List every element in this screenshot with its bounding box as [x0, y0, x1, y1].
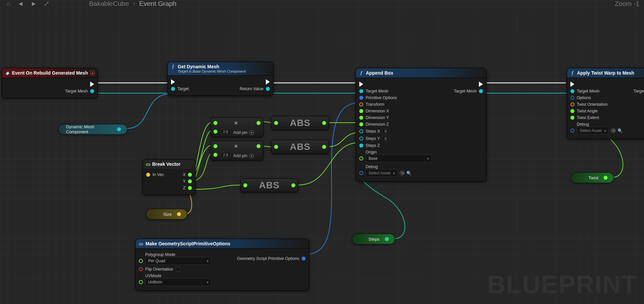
uvmode-dropdown[interactable]: Uniform▾: [145, 278, 211, 286]
pin-y[interactable]: [188, 179, 192, 183]
debug-dropdown[interactable]: Select Asset▾: [366, 169, 398, 177]
pin-out[interactable]: [291, 183, 295, 187]
debug-dropdown[interactable]: Select Asset▾: [577, 127, 609, 135]
pin-dimx[interactable]: [359, 109, 363, 113]
stop-icon[interactable]: ■: [90, 71, 95, 75]
pin-out[interactable]: [177, 212, 181, 216]
pin-targetmesh[interactable]: [570, 89, 574, 93]
pin-angle[interactable]: [570, 109, 574, 113]
flip-checkbox[interactable]: [176, 267, 180, 272]
back-icon[interactable]: ◄: [17, 0, 24, 8]
node-multiply-a[interactable]: ✕ 2.0 Add pin +: [210, 117, 263, 137]
pin-x[interactable]: [188, 173, 192, 177]
node-apply-twist[interactable]: f Apply Twist Warp to Mesh Target Mesh T…: [567, 68, 644, 139]
chevron-down-icon: ▾: [604, 129, 606, 133]
reset-icon[interactable]: ⟲: [400, 171, 404, 175]
var-twist[interactable]: Twist: [571, 172, 614, 183]
pin-in[interactable]: [274, 121, 278, 125]
var-steps[interactable]: Steps: [352, 234, 395, 244]
pin-debug[interactable]: [570, 129, 574, 133]
pin-in-0[interactable]: [213, 121, 217, 125]
search-icon[interactable]: 🔍: [617, 128, 623, 133]
pin-out[interactable]: [117, 127, 121, 131]
origin-dropdown[interactable]: Base▾: [366, 154, 432, 162]
breadcrumb-root[interactable]: BakableCube: [89, 0, 129, 8]
pin-out[interactable]: [257, 121, 261, 125]
pin-dimz[interactable]: [359, 122, 363, 126]
node-multiply-b[interactable]: ✕ 2.0 Add pin +: [210, 141, 263, 160]
pin-in-0[interactable]: [213, 144, 217, 148]
pin-stepsx[interactable]: [359, 129, 363, 133]
pin-target-label: Target: [177, 87, 189, 91]
pin-in-label: In Vec: [152, 172, 164, 177]
exec-in[interactable]: [570, 82, 574, 87]
pin-flip[interactable]: [139, 267, 143, 271]
add-pin[interactable]: Add pin +: [233, 153, 254, 158]
node-get-dynamic-mesh[interactable]: f Get Dynamic Mesh Target is Base Dynami…: [167, 62, 273, 96]
pin-out[interactable]: [322, 121, 326, 125]
pin-primopts[interactable]: [359, 96, 363, 100]
add-pin[interactable]: Add pin +: [233, 130, 254, 135]
pin-orient[interactable]: [570, 102, 574, 106]
expand-icon[interactable]: ⤢: [44, 0, 49, 8]
pin-extent[interactable]: [570, 116, 574, 120]
forward-icon[interactable]: ►: [30, 0, 37, 8]
chevron-down-icon: ▾: [393, 171, 395, 175]
pin-x-label: X: [183, 172, 186, 177]
pin-origin[interactable]: [359, 156, 363, 160]
node-append-box[interactable]: f Append Box Target Mesh Target Mesh Pri…: [356, 68, 487, 182]
pin-stepsz[interactable]: [359, 144, 363, 148]
mul-value[interactable]: 2.0: [221, 152, 230, 157]
node-event-rebuild[interactable]: ◆ Event On Rebuild Generated Mesh ■ Targ…: [2, 68, 98, 98]
var-label: Dynamic Mesh Component: [66, 124, 112, 134]
node-make-primitive-options[interactable]: ▭ Make GeometryScriptPrimitiveOptions Po…: [135, 239, 309, 291]
node-abs-1[interactable]: ABS: [271, 116, 329, 130]
pin-out[interactable]: [604, 176, 608, 180]
breadcrumb[interactable]: BakableCube › Event Graph: [89, 0, 177, 8]
exec-out[interactable]: [90, 82, 94, 87]
pin-transform[interactable]: [359, 102, 363, 106]
exec-in[interactable]: [171, 79, 175, 85]
pin-target[interactable]: [171, 87, 175, 91]
pin-return[interactable]: [266, 87, 270, 91]
node-break-vector[interactable]: ▭ Break Vector In Vec X Y Z: [143, 159, 196, 195]
breadcrumb-leaf[interactable]: Event Graph: [139, 0, 176, 8]
pin-out[interactable]: [257, 144, 261, 148]
pin-in-1[interactable]: [213, 130, 217, 134]
pin-in[interactable]: [243, 183, 247, 187]
node-title: Break Vector: [152, 161, 181, 167]
var-label: Size: [163, 212, 172, 217]
exec-out[interactable]: [266, 79, 270, 85]
exec-out[interactable]: [479, 82, 483, 87]
pin-polymode[interactable]: [139, 259, 143, 263]
pin-out[interactable]: [302, 257, 306, 261]
pin-out[interactable]: [385, 237, 389, 241]
pin-stepsy[interactable]: [359, 137, 363, 141]
pin-debug[interactable]: [359, 171, 363, 175]
stepsx-val[interactable]: 0: [382, 129, 389, 134]
pin-in-vec[interactable]: [146, 173, 150, 177]
polymode-dropdown[interactable]: Per Quad▾: [145, 257, 211, 265]
pin-out[interactable]: [322, 145, 326, 149]
event-icon: ◆: [5, 70, 10, 76]
pin-z[interactable]: [188, 186, 192, 190]
pin-uvmode[interactable]: [139, 280, 143, 284]
pin-in[interactable]: [274, 145, 278, 149]
node-abs-2[interactable]: ABS: [271, 140, 329, 154]
pin-targetmesh[interactable]: [359, 89, 363, 93]
var-dynamic-mesh-component[interactable]: Dynamic Mesh Component: [58, 124, 127, 135]
var-size[interactable]: Size: [146, 209, 187, 219]
mul-value[interactable]: 2.0: [221, 129, 230, 134]
node-title: Make GeometryScriptPrimitiveOptions: [146, 241, 230, 246]
stepsy-val[interactable]: 0: [382, 136, 389, 141]
search-icon[interactable]: 🔍: [406, 171, 412, 176]
exec-in[interactable]: [359, 82, 363, 87]
home-icon[interactable]: ⌂: [7, 0, 11, 8]
pin-out-targetmesh[interactable]: [479, 89, 483, 93]
pin-dimy[interactable]: [359, 116, 363, 120]
reset-icon[interactable]: ⟲: [611, 128, 615, 133]
pin-in-1[interactable]: [213, 153, 217, 157]
pin-options[interactable]: [570, 96, 574, 100]
node-abs-3[interactable]: ABS: [240, 178, 298, 192]
pin-out-targetmesh[interactable]: [90, 89, 94, 93]
